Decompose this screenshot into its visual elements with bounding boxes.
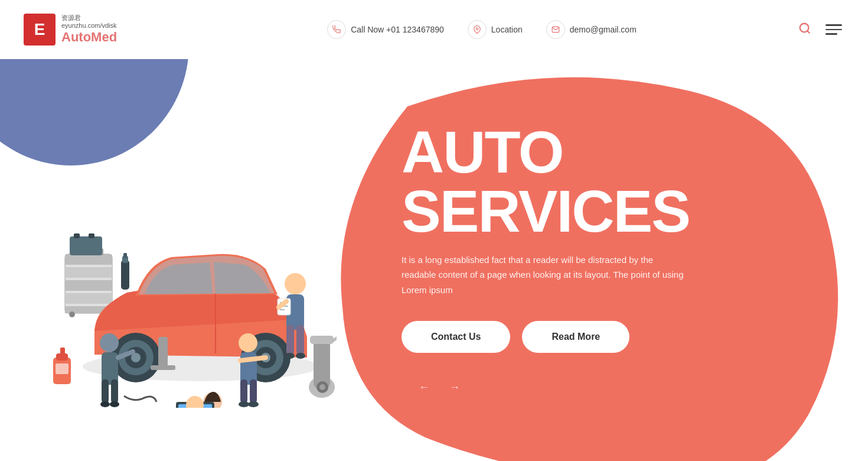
phone-text: Call Now +01 123467890 bbox=[351, 25, 444, 34]
illustration-area bbox=[0, 59, 366, 461]
garage-illustration bbox=[30, 112, 337, 408]
svg-line-50 bbox=[240, 358, 266, 361]
svg-rect-36 bbox=[296, 325, 304, 355]
location-text: Location bbox=[491, 25, 523, 34]
svg-point-9 bbox=[69, 311, 75, 317]
svg-rect-80 bbox=[123, 253, 127, 258]
svg-point-62 bbox=[319, 384, 325, 390]
prev-arrow-button[interactable]: ← bbox=[413, 376, 435, 398]
logo-brand: AutoMed bbox=[61, 30, 117, 45]
svg-rect-77 bbox=[56, 363, 68, 374]
svg-point-44 bbox=[239, 333, 257, 352]
phone-icon bbox=[327, 20, 346, 39]
search-button[interactable] bbox=[798, 22, 811, 38]
svg-rect-4 bbox=[65, 254, 112, 265]
svg-rect-35 bbox=[286, 325, 294, 355]
svg-point-38 bbox=[296, 353, 305, 359]
logo-text: 资源君eyunzhu.com/vdisk AutoMed bbox=[61, 14, 117, 46]
svg-point-48 bbox=[239, 401, 249, 407]
svg-rect-7 bbox=[65, 293, 112, 304]
main-content: AUTO SERVICES It is a long established f… bbox=[0, 59, 868, 461]
email-icon bbox=[546, 20, 565, 39]
contact-location: Location bbox=[468, 20, 523, 39]
svg-rect-46 bbox=[240, 379, 247, 403]
svg-point-0 bbox=[476, 28, 478, 30]
svg-rect-76 bbox=[60, 348, 65, 355]
next-arrow-button[interactable]: → bbox=[444, 376, 465, 398]
svg-rect-5 bbox=[65, 267, 112, 278]
svg-point-56 bbox=[110, 401, 119, 407]
logo-area: E 资源君eyunzhu.com/vdisk AutoMed bbox=[24, 14, 189, 46]
menu-line-3 bbox=[825, 33, 837, 35]
svg-rect-13 bbox=[74, 233, 80, 238]
svg-rect-14 bbox=[89, 233, 94, 238]
svg-point-33 bbox=[285, 273, 306, 294]
email-text: demo@gmail.com bbox=[570, 25, 637, 34]
svg-rect-78 bbox=[121, 260, 129, 290]
svg-rect-54 bbox=[111, 379, 118, 403]
svg-point-71 bbox=[186, 396, 204, 408]
logo-eyunzhu: 资源君eyunzhu.com/vdisk bbox=[61, 14, 117, 30]
header: E 资源君eyunzhu.com/vdisk AutoMed Call Now … bbox=[0, 0, 868, 59]
header-contacts: Call Now +01 123467890 Location demo@gma… bbox=[189, 20, 775, 39]
menu-line-1 bbox=[825, 24, 842, 26]
svg-rect-59 bbox=[314, 337, 330, 389]
header-actions bbox=[798, 22, 844, 38]
logo-icon: E bbox=[24, 14, 56, 46]
svg-point-1 bbox=[800, 23, 809, 32]
svg-rect-6 bbox=[65, 280, 112, 291]
svg-line-2 bbox=[807, 31, 810, 33]
hero-blob-area: AUTO SERVICES It is a long established f… bbox=[366, 59, 868, 461]
contact-us-button[interactable]: Contact Us bbox=[402, 321, 510, 353]
hero-title: AUTO SERVICES bbox=[402, 122, 690, 241]
svg-rect-12 bbox=[70, 236, 102, 255]
read-more-button[interactable]: Read More bbox=[522, 321, 629, 353]
location-icon bbox=[468, 20, 487, 39]
contact-email: demo@gmail.com bbox=[546, 20, 637, 39]
svg-rect-31 bbox=[158, 337, 168, 366]
hero-text-container: AUTO SERVICES It is a long established f… bbox=[366, 87, 737, 434]
svg-rect-32 bbox=[151, 365, 175, 370]
menu-button[interactable] bbox=[823, 22, 844, 37]
svg-rect-47 bbox=[250, 379, 257, 403]
svg-rect-53 bbox=[102, 379, 109, 403]
svg-point-51 bbox=[100, 333, 119, 352]
hero-description: It is a long established fact that a rea… bbox=[402, 252, 685, 298]
contact-phone: Call Now +01 123467890 bbox=[327, 20, 444, 39]
menu-line-2 bbox=[825, 29, 842, 31]
svg-point-49 bbox=[248, 401, 259, 407]
svg-point-55 bbox=[100, 401, 110, 407]
hero-navigation: ← → bbox=[413, 376, 690, 398]
hero-buttons: Contact Us Read More bbox=[402, 321, 690, 353]
svg-point-37 bbox=[285, 353, 295, 359]
